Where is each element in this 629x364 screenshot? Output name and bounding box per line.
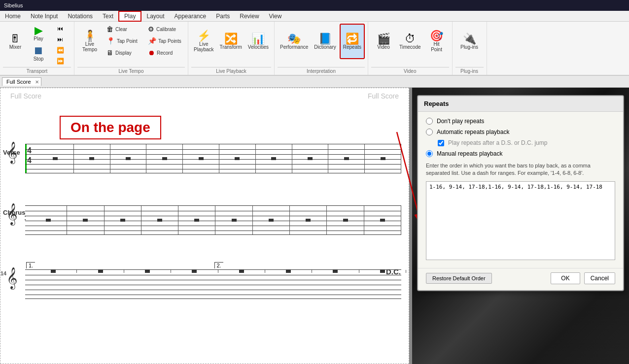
measure14-label: 14 (0, 270, 6, 276)
menu-text[interactable]: Text (98, 12, 118, 21)
measure-v2 (74, 144, 110, 173)
display-button[interactable]: 🖥 Display (104, 47, 143, 58)
measure-c8 (290, 206, 327, 234)
score-header-center: Full Score (368, 92, 399, 100)
checkbox-ds-dc-input[interactable] (438, 140, 444, 146)
on-the-page-box: On the page (60, 116, 161, 139)
tap-points-button[interactable]: 📌 Tap Points (145, 35, 185, 46)
measure-c7 (253, 206, 290, 234)
video-buttons: 🎬 Video ⏱ Timecode 🎯 Hit Point (371, 24, 449, 67)
menu-review[interactable]: Review (235, 12, 264, 21)
timecode-icon: ⏱ (405, 33, 416, 44)
menu-notations[interactable]: Notations (63, 12, 98, 21)
dictionary-button[interactable]: 📘 Dictionary (312, 24, 338, 59)
measure-c2 (67, 206, 104, 234)
menu-view[interactable]: View (264, 12, 287, 21)
checkbox-ds-dc-label: Play repeats after a D.S. or D.C. jump (448, 139, 547, 146)
performance-icon: 🎭 (287, 33, 301, 44)
measure-14-4 (171, 270, 218, 273)
radio-automatic: Automatic repeats playback (426, 129, 615, 135)
dialog-footer: Restore Default Order OK Cancel (418, 268, 623, 290)
measure-v10 (365, 144, 401, 173)
full-score-tab[interactable]: Full Score ✕ (2, 77, 41, 86)
measure-c9 (327, 206, 364, 234)
radio-automatic-label: Automatic repeats playback (437, 129, 509, 135)
live-playback-button[interactable]: ⚡ Live Playback (191, 24, 216, 59)
radio-dont-play: Don't play repeats (426, 118, 615, 125)
rewind-button[interactable]: ⏮ (49, 24, 71, 33)
measure-c10 (364, 206, 401, 234)
measure-v5 (183, 144, 219, 173)
cancel-button[interactable]: Cancel (584, 272, 615, 284)
stop-icon: ⏹ (33, 45, 44, 56)
plugins-button[interactable]: 🔌 Plug-ins (457, 24, 482, 59)
menu-note-input[interactable]: Note Input (26, 12, 63, 21)
dictionary-icon: 📘 (318, 33, 332, 44)
menu-home[interactable]: Home (0, 12, 26, 21)
back-bar-button[interactable]: ⏪ (49, 45, 71, 55)
calibrate-button[interactable]: ⚙ Calibrate (145, 24, 185, 34)
live-tempo-buttons: 🧍 Live Tempo 🗑 Clear 📍 Tap Point 🖥 Displ… (77, 24, 185, 67)
record-icon: ⏺ (148, 49, 155, 56)
ribbon-group-transport: 🎚 Mixer ▶ Play ⏹ Stop ⏮ ⏭ ⏪ ⏩ Transport (0, 22, 74, 75)
measure-c3 (105, 206, 141, 234)
play-button[interactable]: ▶ Play (29, 24, 48, 43)
radio-dont-play-input[interactable] (426, 118, 433, 125)
interpretation-label: Interpretation (278, 67, 365, 74)
menu-play[interactable]: Play (118, 11, 141, 22)
clear-icon: 🗑 (106, 26, 113, 33)
ribbon-group-plugins: 🔌 Plug-ins Plug-ins (453, 22, 487, 75)
on-the-page-text: On the page (70, 120, 150, 135)
video-button[interactable]: 🎬 Video (371, 24, 396, 59)
dialog-description: Enter the order in which you want the ba… (426, 162, 615, 177)
tap-point-button[interactable]: 📍 Tap Point (104, 35, 143, 46)
radio-manual-input[interactable] (426, 150, 433, 157)
transform-button[interactable]: 🔀 Transform (217, 24, 245, 59)
ribbon-group-interpretation: 🎭 Performance 📘 Dictionary 🔁 Repeats Int… (275, 22, 368, 75)
transform-icon: 🔀 (224, 33, 238, 44)
forward-button[interactable]: ⏭ (49, 34, 71, 44)
measure-14-8: D.C. (359, 270, 406, 273)
measure-v6 (219, 144, 256, 173)
dc-label: D.C. (386, 267, 401, 276)
menu-layout[interactable]: Layout (141, 12, 169, 21)
timecode-button[interactable]: ⏱ Timecode (397, 24, 423, 59)
measure-14-3 (124, 270, 171, 273)
repeats-dialog: Repeats Don't play repeats Automatic rep… (417, 95, 624, 291)
volta2-label: 2. (214, 262, 223, 268)
live-tempo-button[interactable]: 🧍 Live Tempo (77, 24, 102, 59)
score-area[interactable]: Full Score Full Score On the page Verse … (0, 88, 629, 364)
menu-parts[interactable]: Parts (211, 12, 235, 21)
record-button[interactable]: ⏺ Record (145, 47, 185, 58)
menu-appearance[interactable]: Appearance (169, 12, 211, 21)
ribbon: 🎚 Mixer ▶ Play ⏹ Stop ⏮ ⏭ ⏪ ⏩ Transport (0, 22, 629, 76)
measure-v8 (292, 144, 329, 173)
clear-button[interactable]: 🗑 Clear (104, 24, 143, 34)
score-header: Full Score Full Score (0, 88, 409, 104)
restore-default-button[interactable]: Restore Default Order (426, 273, 492, 284)
plugins-label: Plug-ins (455, 67, 484, 74)
ok-button[interactable]: OK (551, 272, 580, 284)
radio-automatic-input[interactable] (426, 129, 433, 135)
hit-point-button[interactable]: 🎯 Hit Point (424, 24, 449, 59)
performance-button[interactable]: 🎭 Performance (278, 24, 311, 59)
time-sig-top: 4 (27, 147, 32, 155)
measure-c6 (215, 206, 252, 234)
close-tab-button[interactable]: ✕ (35, 79, 39, 85)
measure-v1 (37, 144, 74, 173)
app-title: Sibelius (4, 2, 23, 8)
live-playback-icon: ⚡ (197, 31, 210, 41)
ribbon-group-live-playback: ⚡ Live Playback 🔀 Transform 📊 Velocities… (188, 22, 275, 75)
stop-button[interactable]: ⏹ Stop (29, 44, 48, 63)
fwd-bar-button[interactable]: ⏩ (49, 56, 71, 66)
title-bar: Sibelius (0, 0, 629, 11)
mixer-button[interactable]: 🎚 Mixer (3, 24, 28, 59)
playback-order-input[interactable] (426, 181, 615, 260)
ribbon-group-live-tempo: 🧍 Live Tempo 🗑 Clear 📍 Tap Point 🖥 Displ… (74, 22, 188, 75)
section-14: 14 𝄞 1. 2. (0, 265, 409, 299)
measure-c4 (141, 206, 178, 234)
hit-point-icon: 🎯 (430, 31, 443, 41)
repeats-button[interactable]: 🔁 Repeats (340, 24, 365, 59)
velocities-button[interactable]: 📊 Velocities (245, 24, 271, 59)
dialog-action-buttons: OK Cancel (551, 272, 615, 284)
